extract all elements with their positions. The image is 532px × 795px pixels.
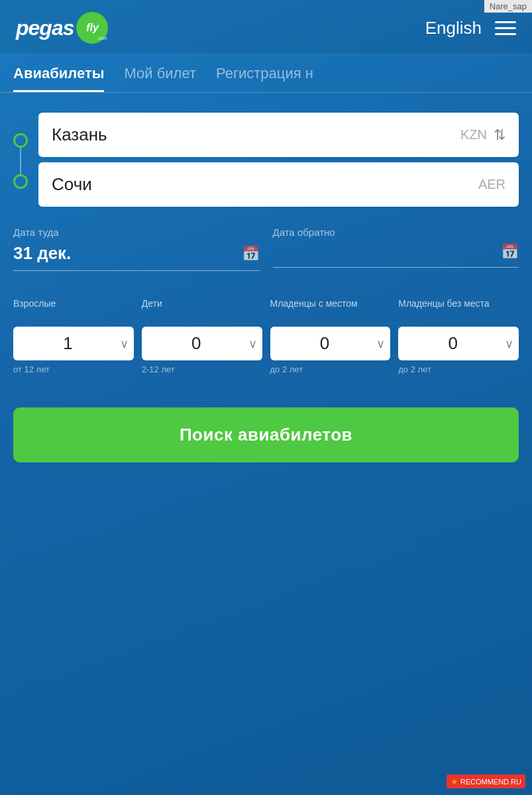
infants-no-seat-value: 0 [403,333,502,354]
return-date-label: Дата обратно [273,227,519,238]
dot-line [20,148,21,174]
swap-icon[interactable]: ⇅ [494,127,505,144]
route-inputs: Казань KZN ⇅ Сочи AER [38,113,519,207]
destination-right: AER [478,177,505,192]
adults-chevron-icon[interactable]: ∨ [120,337,129,351]
passenger-group-infants-seat: Младенцы с местом 0 ∨ до 2 лет [270,297,391,374]
passenger-group-children: Дети 0 ∨ 2-12 лет [142,297,262,374]
hamburger-menu-icon[interactable] [495,21,516,35]
top-right: English [425,18,516,38]
origin-code: KZN [460,127,487,142]
adults-sublabel: от 12 лет [13,364,50,374]
infants-no-seat-label: Младенцы без места [398,297,489,321]
tabs-bar: Авиабилеты Мой билет Регистрация н [0,53,532,93]
infants-no-seat-control[interactable]: 0 ∨ [398,327,519,360]
passenger-group-infants-no-seat: Младенцы без места 0 ∨ до 2 лет [398,297,519,374]
tab-tickets[interactable]: Авиабилеты [13,65,104,92]
departure-date-value: 31 дек. [13,243,71,264]
return-date-value-row: 📅 [273,243,519,268]
language-label[interactable]: English [425,18,482,38]
passengers-section: Взрослые 1 ∨ от 12 лет Дети 0 ∨ 2-12 лет… [13,297,519,374]
tab-my-ticket[interactable]: Мой билет [124,65,196,92]
departure-date-field[interactable]: Дата туда 31 дек. 📅 [13,227,260,271]
adults-label: Взрослые [13,297,56,321]
logo-fly-bubble: fly [76,12,108,44]
return-date-field[interactable]: Дата обратно 📅 [273,227,519,271]
recommend-badge: ★ RECOMMEND.RU [447,774,525,788]
infants-seat-value: 0 [276,333,374,354]
origin-right: KZN ⇅ [460,127,505,144]
route-section: Казань KZN ⇅ Сочи AER [13,113,519,207]
infants-seat-sublabel: до 2 лет [270,364,303,374]
infants-seat-label: Младенцы с местом [270,297,358,321]
children-value: 0 [147,333,246,354]
children-label: Дети [142,297,162,321]
user-badge: Nare_sap [484,0,532,13]
search-button[interactable]: Поиск авиабилетов [13,407,519,462]
infants-seat-control[interactable]: 0 ∨ [270,327,391,360]
departure-date-value-row: 31 дек. 📅 [13,243,260,271]
destination-dot [13,174,28,189]
destination-input-box[interactable]: Сочи AER [38,162,519,207]
return-calendar-icon[interactable]: 📅 [501,243,519,260]
departure-date-label: Дата туда [13,227,260,238]
tab-registration[interactable]: Регистрация н [216,65,313,92]
infants-seat-chevron-icon[interactable]: ∨ [376,337,385,351]
recommend-label: RECOMMEND.RU [460,778,521,786]
logo-fly-text: fly [86,22,99,34]
origin-city: Казань [52,125,107,145]
main-content: Казань KZN ⇅ Сочи AER Дата туда 31 дек. … [0,93,532,489]
children-chevron-icon[interactable]: ∨ [248,337,257,351]
logo-container: pegas fly [16,12,108,44]
date-section: Дата туда 31 дек. 📅 Дата обратно 📅 [13,227,519,271]
infants-no-seat-sublabel: до 2 лет [398,364,431,374]
destination-city: Сочи [52,174,92,195]
recommend-star-icon: ★ [451,776,458,786]
infants-no-seat-chevron-icon[interactable]: ∨ [505,337,513,351]
departure-calendar-icon[interactable]: 📅 [242,245,260,262]
adults-value: 1 [19,333,117,354]
origin-dot [13,133,28,148]
adults-control[interactable]: 1 ∨ [13,327,134,360]
route-dots [13,131,28,189]
children-control[interactable]: 0 ∨ [142,327,262,360]
logo-pegas-text: pegas [16,16,74,40]
top-bar: pegas fly English [0,0,532,53]
children-sublabel: 2-12 лет [142,364,175,374]
destination-code: AER [478,177,505,192]
origin-input-box[interactable]: Казань KZN ⇅ [38,113,519,157]
passenger-group-adults: Взрослые 1 ∨ от 12 лет [13,297,134,374]
